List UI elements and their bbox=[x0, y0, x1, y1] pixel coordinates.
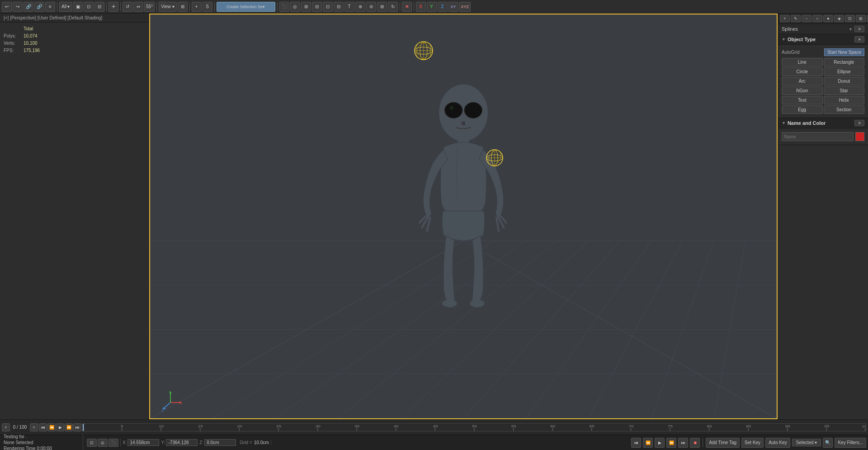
spline-ngon-btn[interactable]: NGon bbox=[782, 86, 823, 95]
spline-rectangle-btn[interactable]: Rectangle bbox=[824, 58, 865, 66]
spline-helix-btn[interactable]: Helix bbox=[824, 96, 865, 104]
create-selection-dropdown[interactable]: Create Selection Se▾ bbox=[217, 2, 275, 12]
toolbar-extra3[interactable]: ⊞ bbox=[301, 2, 311, 12]
viewport[interactable]: X Y Z bbox=[149, 14, 778, 419]
rp-icon1[interactable]: ○ bbox=[812, 15, 822, 22]
spline-circle-btn[interactable]: Circle bbox=[782, 67, 823, 76]
z-coord-value[interactable]: 0.0cm bbox=[204, 439, 236, 446]
axis-xyz-button[interactable]: XYZ bbox=[459, 2, 471, 12]
object-type-close-btn[interactable]: ✕ bbox=[854, 36, 864, 43]
name-color-close-btn[interactable]: ✕ bbox=[854, 120, 864, 126]
toolbar-extra5[interactable]: ⊡ bbox=[323, 2, 333, 12]
svg-text:25: 25 bbox=[276, 424, 281, 428]
timeline-prev-btn[interactable]: < bbox=[2, 423, 10, 431]
add-obj-button[interactable]: + bbox=[192, 2, 202, 12]
snap-button[interactable]: 55° bbox=[144, 2, 155, 12]
select-box2-button[interactable]: ⊟ bbox=[94, 2, 104, 12]
toolbar-extra9[interactable]: ⊜ bbox=[366, 2, 376, 12]
move-button[interactable]: ✛ bbox=[108, 2, 118, 12]
splines-close-btn[interactable]: ✕ bbox=[854, 26, 864, 32]
axis-z-button[interactable]: Z bbox=[438, 2, 448, 12]
add-time-tag-btn[interactable]: Add Time Tag bbox=[706, 438, 740, 448]
rp-delete-icon[interactable]: − bbox=[802, 15, 811, 22]
link1-button[interactable]: 🔗 bbox=[24, 2, 33, 12]
set-key-btn[interactable]: Set Key bbox=[741, 438, 764, 448]
svg-text:40: 40 bbox=[394, 424, 399, 428]
toolbar-extra1[interactable]: ⬛ bbox=[279, 2, 289, 12]
snap-icons: ⊡ ◎ ⬛ bbox=[85, 439, 121, 447]
rp-icon4[interactable]: ⊡ bbox=[845, 15, 855, 22]
spline-arc-btn[interactable]: Arc bbox=[782, 77, 823, 85]
spline-star-btn[interactable]: Star bbox=[824, 86, 865, 95]
rotate-button[interactable]: ↺ bbox=[123, 2, 132, 12]
timeline-next-btn[interactable]: > bbox=[30, 423, 38, 431]
select-mode-button[interactable]: ▣ bbox=[73, 2, 83, 12]
toolbar-extra11[interactable]: ↻ bbox=[388, 2, 398, 12]
spline-egg-btn[interactable]: Egg bbox=[782, 105, 823, 114]
view-dropdown[interactable]: View ▾ bbox=[159, 2, 176, 12]
toolbar-extra4[interactable]: ⊟ bbox=[312, 2, 322, 12]
toolbar-extra8[interactable]: ⊛ bbox=[355, 2, 365, 12]
scale-button[interactable]: ⇔ bbox=[133, 2, 143, 12]
play-btn2[interactable]: ▶ bbox=[655, 438, 665, 448]
color-swatch[interactable] bbox=[855, 132, 864, 141]
svg-text:15: 15 bbox=[198, 424, 203, 428]
wireframe-sphere-1 bbox=[412, 39, 435, 63]
mode-dropdown[interactable]: All ▾ bbox=[59, 2, 72, 12]
play-btn[interactable]: ▶ bbox=[56, 423, 64, 431]
search-btn[interactable]: 🔍 bbox=[823, 438, 833, 448]
spline-line-btn[interactable]: Line bbox=[782, 58, 823, 66]
svg-text:Y: Y bbox=[169, 391, 171, 394]
name-input[interactable] bbox=[782, 132, 854, 141]
camera-button[interactable]: ⊞ bbox=[178, 2, 188, 12]
timeline-track[interactable]: 5 10 15 20 25 30 35 40 45 50 55 60 65 bbox=[82, 423, 866, 431]
snap-btn2[interactable]: ◎ bbox=[98, 439, 108, 447]
record-btn[interactable]: ⏺ bbox=[690, 438, 700, 448]
toolbar-extra6[interactable]: ⊟ bbox=[334, 2, 344, 12]
rp-icon2[interactable]: ● bbox=[823, 15, 833, 22]
x-coord-value[interactable]: 14.558cm bbox=[127, 439, 159, 446]
play-start-btn[interactable]: ⏮ bbox=[39, 423, 47, 431]
rp-icon5[interactable]: ⊞ bbox=[856, 15, 866, 22]
subdivide-button[interactable]: S bbox=[203, 2, 212, 12]
spline-donut-btn[interactable]: Donut bbox=[824, 77, 865, 85]
axis-y-button[interactable]: Y bbox=[427, 2, 437, 12]
undo-button[interactable]: ↩ bbox=[2, 2, 12, 12]
play-prev-btn[interactable]: ⏪ bbox=[47, 423, 56, 431]
svg-point-24 bbox=[470, 299, 485, 307]
toolbar-extra10[interactable]: ⊞ bbox=[377, 2, 387, 12]
redo-button[interactable]: ↪ bbox=[13, 2, 23, 12]
close-button[interactable]: ✕ bbox=[402, 2, 412, 12]
divider2 bbox=[106, 2, 107, 11]
object-type-header[interactable]: ▼ Object Type ✕ bbox=[778, 34, 868, 45]
snap-btn3[interactable]: ⬛ bbox=[108, 439, 118, 447]
select-box1-button[interactable]: ⊡ bbox=[84, 2, 94, 12]
selected-dropdown[interactable]: Selected ▾ bbox=[792, 439, 821, 446]
link2-button[interactable]: 🔗 bbox=[34, 2, 44, 12]
play-prev-btn2[interactable]: ⏪ bbox=[643, 438, 653, 448]
play-end-btn[interactable]: ⏭ bbox=[73, 423, 81, 431]
toolbar-extra7[interactable]: T bbox=[344, 2, 354, 12]
start-new-space-btn[interactable]: Start New Space bbox=[824, 48, 864, 56]
key-filters-btn[interactable]: Key Filters... bbox=[835, 438, 866, 448]
play-next-btn[interactable]: ⏩ bbox=[65, 423, 73, 431]
play-start-btn2[interactable]: ⏮ bbox=[631, 438, 641, 448]
play-end-btn2[interactable]: ⏭ bbox=[678, 438, 688, 448]
select-all-button[interactable]: ≡ bbox=[45, 2, 55, 12]
rp-add-icon[interactable]: + bbox=[780, 15, 790, 22]
toolbar-extra2[interactable]: ◎ bbox=[290, 2, 300, 12]
rp-edit-icon[interactable]: ✎ bbox=[791, 15, 801, 22]
snap-btn1[interactable]: ⊡ bbox=[87, 439, 97, 447]
spline-text-btn[interactable]: Text bbox=[782, 96, 823, 104]
name-color-header[interactable]: ▼ Name and Color ✕ bbox=[778, 118, 868, 128]
spline-section-btn[interactable]: Section bbox=[824, 105, 865, 114]
y-coord-value[interactable]: -7364.128 bbox=[166, 439, 198, 446]
object-type-content: AutoGrid Start New Space Line Rectangle … bbox=[778, 45, 868, 118]
spline-ellipse-btn[interactable]: Ellipse bbox=[824, 67, 865, 76]
axis-x-button[interactable]: X bbox=[416, 2, 426, 12]
axis-xy-button[interactable]: XY bbox=[448, 2, 458, 12]
viewport-label: [+] [Perspective] [User Defined] [Defaul… bbox=[0, 14, 149, 23]
auto-key-btn[interactable]: Auto Key bbox=[765, 438, 790, 448]
play-next-btn2[interactable]: ⏩ bbox=[666, 438, 676, 448]
rp-icon3[interactable]: ◈ bbox=[834, 15, 844, 22]
